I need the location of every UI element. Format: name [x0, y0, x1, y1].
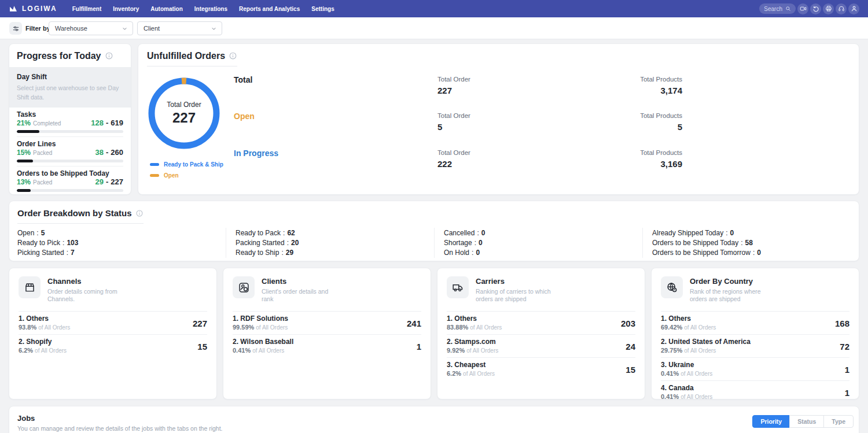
total-order-value: 227 [437, 86, 553, 95]
rank-item-info: 3. Ukraine 0.41%of All Orders [661, 361, 712, 378]
nav-item[interactable]: Settings [311, 6, 334, 12]
metric-progress-fill [17, 189, 31, 192]
nav-item[interactable]: Inventory [113, 6, 139, 12]
filter-by-label: Filter by [25, 25, 50, 32]
rank-item-info: 1. Others 83.88%of All Orders [447, 315, 502, 331]
metric-total: 260 [111, 149, 123, 156]
donut-center-value: 227 [172, 110, 196, 126]
filter-toggle-button[interactable] [9, 22, 22, 35]
jobs-tab-priority[interactable]: Priority [752, 415, 790, 428]
status-value: 58 [745, 239, 753, 247]
progress-metric-order-lines: Order Lines 15% Packed 38-260 [17, 140, 123, 162]
rank-item-percent: 6.2% [19, 347, 33, 354]
jobs-subtitle: You can manage and review the details of… [17, 425, 851, 432]
total-order-label: Total Order [437, 112, 553, 120]
total-order-label: Total Order [437, 76, 553, 83]
status-label: Packing Started [236, 239, 285, 247]
total-products-value: 3,169 [613, 159, 682, 169]
rank-list-item: 2. Shopify 6.2%of All Orders 15 [19, 335, 207, 357]
rank-item-name: 2. Shopify [19, 338, 67, 346]
nav-item[interactable]: Fulfillment [72, 6, 102, 12]
nav-item[interactable]: Automation [150, 6, 183, 12]
info-icon[interactable] [229, 51, 237, 60]
metric-progress-fill [17, 160, 33, 162]
rank-item-caption: of All Orders [470, 324, 502, 331]
metric-percent-caption: Packed [33, 179, 52, 186]
total-order-col: Total Order 222 [437, 149, 553, 169]
video-camera-icon [800, 5, 807, 12]
rank-item-name: 3. Ukraine [661, 361, 712, 369]
breakdown-column-1: Open:5Ready to Pick:103Picking Started:7 [17, 228, 226, 258]
card-title: Carriers [476, 276, 552, 286]
rank-item-value: 15 [626, 365, 635, 375]
video-camera-button[interactable] [797, 3, 808, 14]
icon-box [19, 276, 41, 298]
rank-item-share: 9.92%of All Orders [447, 347, 498, 354]
status-value: 103 [67, 239, 78, 247]
search-icon [785, 6, 791, 12]
divider [17, 166, 123, 166]
row-status-label: In Progress [234, 149, 437, 169]
printer-button[interactable] [823, 3, 834, 14]
separator: : [472, 249, 473, 257]
sliders-icon [12, 25, 20, 32]
rank-item-share: 6.2%of All Orders [447, 370, 495, 378]
client-select[interactable]: Client [137, 21, 222, 35]
progress-title-row: Progress for Today [17, 51, 113, 61]
rank-item-percent: 6.2% [447, 370, 461, 377]
warehouse-select-value: Warehouse [55, 25, 87, 32]
search-label: Search [764, 6, 782, 12]
client-badge-icon [238, 282, 250, 294]
jobs-tab-type[interactable]: Type [823, 415, 854, 428]
metric-percent: 15% [17, 149, 31, 156]
metric-name: Tasks [17, 111, 123, 118]
unfulfilled-title-row: Unfulfilled Orders [147, 51, 237, 66]
info-icon[interactable] [135, 209, 144, 217]
nav-item[interactable]: Integrations [194, 6, 227, 12]
unfulfilled-orders-card: Unfulfilled Orders Total Order 227 Ready… [138, 43, 859, 195]
rank-list-item: 2. Stamps.com 9.92%of All Orders 24 [447, 335, 635, 358]
metric-progress-bar [17, 130, 123, 133]
truck-icon [452, 282, 464, 294]
status-label: Open [17, 229, 34, 237]
rank-item-info: 1. Others 93.8%of All Orders [19, 315, 70, 331]
day-shift-message: Select just one warehouse to see Day Shi… [17, 84, 123, 102]
separator: : [726, 229, 727, 237]
card-subtitle: Ranking of carriers to which orders are … [476, 288, 552, 303]
status-stat: Orders to be Shipped Today:58 [652, 238, 851, 248]
breakdown-column-3: Cancelled:0Shortage:0On Hold:0 [434, 228, 642, 258]
rank-item-caption: of All Orders [681, 371, 712, 377]
status-label: Shortage [444, 239, 472, 247]
card-header-text: Channels Order details coming from Chann… [47, 276, 124, 303]
rank-item-caption: of All Orders [256, 324, 288, 331]
status-value: 20 [291, 239, 299, 247]
metric-dash: - [106, 179, 108, 186]
user-button[interactable] [848, 3, 859, 14]
logiwa-logo[interactable]: LOGIWA [9, 4, 57, 13]
card-header: Channels Order details coming from Chann… [19, 276, 207, 303]
legend-swatch-blue [150, 163, 159, 166]
support-button[interactable] [836, 3, 847, 14]
rank-item-share: 29.75%of All Orders [661, 347, 751, 354]
nav-item[interactable]: Reports and Analytics [239, 6, 300, 12]
jobs-tab-status[interactable]: Status [789, 415, 824, 428]
rank-item-name: 1. Others [447, 315, 502, 323]
icon-box [233, 276, 255, 298]
warehouse-select[interactable]: Warehouse [49, 21, 133, 35]
rank-item-caption: of All Orders [684, 347, 716, 354]
rank-list-item: 1. Others 93.8%of All Orders 227 [19, 312, 207, 335]
rank-list-item: 2. Wilson Baseball 0.41%of All Orders 1 [233, 335, 421, 357]
history-button[interactable] [810, 3, 821, 14]
channels-card: Channels Order details coming from Chann… [9, 268, 217, 399]
metric-dash: - [106, 149, 108, 156]
search-button[interactable]: Search [759, 3, 796, 14]
separator: : [36, 229, 38, 237]
status-stat: Picking Started:7 [17, 248, 226, 258]
legend-label: Ready to Pack & Ship [164, 161, 223, 168]
rank-item-percent: 29.75% [661, 347, 682, 354]
status-value: 5 [41, 229, 45, 237]
rank-list-item: 3. Ukraine 0.41%of All Orders 1 [661, 358, 849, 381]
icon-box [447, 276, 469, 298]
rank-item-share: 93.8%of All Orders [19, 324, 70, 331]
info-icon[interactable] [105, 51, 113, 60]
